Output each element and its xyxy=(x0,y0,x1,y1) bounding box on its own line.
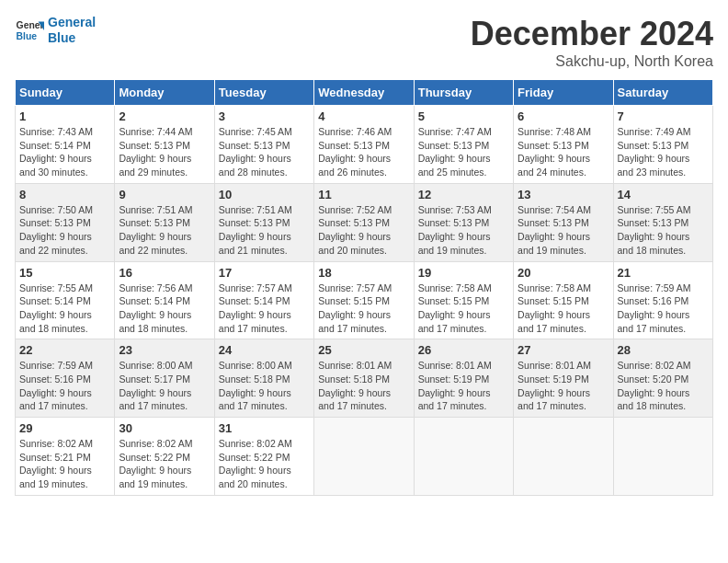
day-number: 16 xyxy=(119,266,210,280)
calendar-cell: 3Sunrise: 7:45 AM Sunset: 5:13 PM Daylig… xyxy=(214,106,313,184)
day-info: Sunrise: 7:47 AM Sunset: 5:13 PM Dayligh… xyxy=(418,125,509,179)
day-number: 25 xyxy=(318,343,409,357)
day-number: 15 xyxy=(19,266,110,280)
day-info: Sunrise: 7:50 AM Sunset: 5:13 PM Dayligh… xyxy=(19,203,110,258)
calendar-week-row: 1Sunrise: 7:43 AM Sunset: 5:14 PM Daylig… xyxy=(16,106,713,184)
day-info: Sunrise: 7:58 AM Sunset: 5:15 PM Dayligh… xyxy=(418,282,509,336)
day-number: 31 xyxy=(219,421,310,435)
day-number: 26 xyxy=(418,343,509,357)
calendar-cell: 17Sunrise: 7:57 AM Sunset: 5:14 PM Dayli… xyxy=(214,261,313,339)
month-title: December 2024 xyxy=(471,15,713,53)
calendar-cell: 21Sunrise: 7:59 AM Sunset: 5:16 PM Dayli… xyxy=(613,261,712,339)
day-info: Sunrise: 7:57 AM Sunset: 5:15 PM Dayligh… xyxy=(318,282,409,336)
calendar-cell: 19Sunrise: 7:58 AM Sunset: 5:15 PM Dayli… xyxy=(414,261,513,339)
calendar-cell xyxy=(414,418,513,496)
day-info: Sunrise: 7:56 AM Sunset: 5:14 PM Dayligh… xyxy=(119,282,210,336)
day-info: Sunrise: 7:51 AM Sunset: 5:13 PM Dayligh… xyxy=(219,203,310,258)
calendar-week-row: 22Sunrise: 7:59 AM Sunset: 5:16 PM Dayli… xyxy=(16,339,713,418)
logo: General Blue General Blue xyxy=(15,15,96,46)
day-number: 3 xyxy=(219,109,310,123)
calendar-cell: 26Sunrise: 8:01 AM Sunset: 5:19 PM Dayli… xyxy=(414,339,513,418)
day-info: Sunrise: 7:59 AM Sunset: 5:16 PM Dayligh… xyxy=(618,282,709,336)
calendar-header-row: SundayMondayTuesdayWednesdayThursdayFrid… xyxy=(16,80,713,106)
day-info: Sunrise: 7:52 AM Sunset: 5:13 PM Dayligh… xyxy=(318,203,409,258)
calendar-cell xyxy=(613,418,712,496)
day-info: Sunrise: 7:53 AM Sunset: 5:13 PM Dayligh… xyxy=(418,203,509,258)
day-info: Sunrise: 7:57 AM Sunset: 5:14 PM Dayligh… xyxy=(219,282,310,336)
logo-icon: General Blue xyxy=(15,16,44,45)
calendar-cell: 2Sunrise: 7:44 AM Sunset: 5:13 PM Daylig… xyxy=(115,106,214,184)
day-info: Sunrise: 8:02 AM Sunset: 5:20 PM Dayligh… xyxy=(618,359,709,413)
logo-text: General Blue xyxy=(48,15,96,46)
location: Sakchu-up, North Korea xyxy=(471,53,713,70)
day-info: Sunrise: 7:58 AM Sunset: 5:15 PM Dayligh… xyxy=(518,282,609,336)
calendar-cell: 18Sunrise: 7:57 AM Sunset: 5:15 PM Dayli… xyxy=(314,261,414,339)
day-info: Sunrise: 7:43 AM Sunset: 5:14 PM Dayligh… xyxy=(19,125,110,179)
calendar-cell: 20Sunrise: 7:58 AM Sunset: 5:15 PM Dayli… xyxy=(514,261,613,339)
calendar-cell: 29Sunrise: 8:02 AM Sunset: 5:21 PM Dayli… xyxy=(16,418,115,496)
day-number: 30 xyxy=(119,421,210,435)
calendar-cell: 31Sunrise: 8:02 AM Sunset: 5:22 PM Dayli… xyxy=(214,418,313,496)
day-info: Sunrise: 7:55 AM Sunset: 5:13 PM Dayligh… xyxy=(618,203,709,258)
day-number: 21 xyxy=(618,266,709,280)
calendar-cell: 1Sunrise: 7:43 AM Sunset: 5:14 PM Daylig… xyxy=(16,106,115,184)
day-number: 8 xyxy=(19,188,110,201)
calendar-cell: 15Sunrise: 7:55 AM Sunset: 5:14 PM Dayli… xyxy=(16,261,115,339)
day-info: Sunrise: 8:02 AM Sunset: 5:22 PM Dayligh… xyxy=(119,437,210,491)
day-info: Sunrise: 7:45 AM Sunset: 5:13 PM Dayligh… xyxy=(219,125,310,179)
calendar-cell: 24Sunrise: 8:00 AM Sunset: 5:18 PM Dayli… xyxy=(214,339,313,418)
day-info: Sunrise: 7:44 AM Sunset: 5:13 PM Dayligh… xyxy=(119,125,210,179)
weekday-header-thursday: Thursday xyxy=(414,80,513,106)
calendar-cell: 27Sunrise: 8:01 AM Sunset: 5:19 PM Dayli… xyxy=(514,339,613,418)
day-number: 1 xyxy=(19,109,110,123)
weekday-header-wednesday: Wednesday xyxy=(314,80,414,106)
calendar-cell: 8Sunrise: 7:50 AM Sunset: 5:13 PM Daylig… xyxy=(16,183,115,261)
day-info: Sunrise: 8:01 AM Sunset: 5:19 PM Dayligh… xyxy=(518,359,609,413)
calendar-cell: 13Sunrise: 7:54 AM Sunset: 5:13 PM Dayli… xyxy=(514,183,613,261)
calendar-cell: 7Sunrise: 7:49 AM Sunset: 5:13 PM Daylig… xyxy=(613,106,712,184)
calendar-cell: 22Sunrise: 7:59 AM Sunset: 5:16 PM Dayli… xyxy=(16,339,115,418)
logo-line1: General xyxy=(48,15,96,29)
weekday-header-monday: Monday xyxy=(115,80,214,106)
calendar-cell xyxy=(314,418,414,496)
calendar-cell: 12Sunrise: 7:53 AM Sunset: 5:13 PM Dayli… xyxy=(414,183,513,261)
calendar-cell: 14Sunrise: 7:55 AM Sunset: 5:13 PM Dayli… xyxy=(613,183,712,261)
calendar-cell: 4Sunrise: 7:46 AM Sunset: 5:13 PM Daylig… xyxy=(314,106,414,184)
calendar-cell: 23Sunrise: 8:00 AM Sunset: 5:17 PM Dayli… xyxy=(115,339,214,418)
day-number: 5 xyxy=(418,109,509,123)
day-info: Sunrise: 7:51 AM Sunset: 5:13 PM Dayligh… xyxy=(119,203,210,258)
day-info: Sunrise: 8:00 AM Sunset: 5:17 PM Dayligh… xyxy=(119,359,210,413)
day-info: Sunrise: 7:59 AM Sunset: 5:16 PM Dayligh… xyxy=(19,359,110,413)
calendar-cell: 25Sunrise: 8:01 AM Sunset: 5:18 PM Dayli… xyxy=(314,339,414,418)
weekday-header-saturday: Saturday xyxy=(613,80,712,106)
day-number: 14 xyxy=(618,188,709,201)
header: General Blue General Blue December 2024 … xyxy=(15,15,713,70)
day-number: 24 xyxy=(219,343,310,357)
day-info: Sunrise: 7:48 AM Sunset: 5:13 PM Dayligh… xyxy=(518,125,609,179)
day-number: 13 xyxy=(518,188,609,201)
day-number: 29 xyxy=(19,421,110,435)
weekday-header-sunday: Sunday xyxy=(16,80,115,106)
day-number: 12 xyxy=(418,188,509,201)
day-number: 19 xyxy=(418,266,509,280)
calendar-cell: 9Sunrise: 7:51 AM Sunset: 5:13 PM Daylig… xyxy=(115,183,214,261)
calendar-cell: 11Sunrise: 7:52 AM Sunset: 5:13 PM Dayli… xyxy=(314,183,414,261)
day-number: 23 xyxy=(119,343,210,357)
day-number: 20 xyxy=(518,266,609,280)
day-number: 2 xyxy=(119,109,210,123)
calendar-table: SundayMondayTuesdayWednesdayThursdayFrid… xyxy=(15,79,713,496)
day-number: 22 xyxy=(19,343,110,357)
weekday-header-tuesday: Tuesday xyxy=(214,80,313,106)
svg-text:Blue: Blue xyxy=(17,30,38,40)
calendar-cell: 30Sunrise: 8:02 AM Sunset: 5:22 PM Dayli… xyxy=(115,418,214,496)
calendar-cell xyxy=(514,418,613,496)
title-area: December 2024 Sakchu-up, North Korea xyxy=(471,15,713,70)
day-info: Sunrise: 7:46 AM Sunset: 5:13 PM Dayligh… xyxy=(318,125,409,179)
day-number: 10 xyxy=(219,188,310,201)
day-info: Sunrise: 7:49 AM Sunset: 5:13 PM Dayligh… xyxy=(618,125,709,179)
day-number: 11 xyxy=(318,188,409,201)
calendar-cell: 28Sunrise: 8:02 AM Sunset: 5:20 PM Dayli… xyxy=(613,339,712,418)
calendar-week-row: 29Sunrise: 8:02 AM Sunset: 5:21 PM Dayli… xyxy=(16,418,713,496)
day-info: Sunrise: 8:01 AM Sunset: 5:18 PM Dayligh… xyxy=(318,359,409,413)
day-number: 6 xyxy=(518,109,609,123)
